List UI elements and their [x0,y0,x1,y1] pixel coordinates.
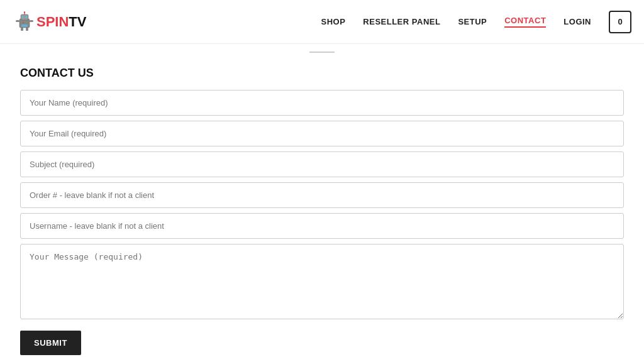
logo-robot-icon [13,10,36,34]
svg-point-10 [23,22,24,23]
svg-rect-7 [30,20,33,22]
main-content: CONTACT US SUBMIT [8,60,636,357]
contact-us-title: CONTACT US [20,67,624,80]
svg-rect-9 [26,28,28,31]
nav-contact[interactable]: CONTACT [504,16,546,28]
nav-shop[interactable]: SHOP [321,17,345,26]
logo-spin-text: SPIN [36,14,69,30]
message-input[interactable] [20,244,624,319]
cart-count: 0 [618,17,622,26]
contact-form: SUBMIT [20,90,624,355]
cart-button[interactable]: 0 [609,11,631,33]
page-divider [309,52,335,53]
svg-rect-6 [16,20,19,22]
order-input[interactable] [20,182,624,208]
svg-rect-8 [21,28,23,31]
name-input[interactable] [20,90,624,116]
email-input[interactable] [20,121,624,146]
nav-reseller-panel[interactable]: RESELLER PANEL [363,17,440,26]
subject-input[interactable] [20,151,624,177]
logo[interactable]: SPIN TV [13,10,86,34]
nav-setup[interactable]: SETUP [458,17,487,26]
nav-login[interactable]: LOGIN [564,17,591,26]
username-input[interactable] [20,213,624,239]
svg-point-11 [25,22,26,23]
site-header: SPIN TV SHOP RESELLER PANEL SETUP CONTAC… [0,0,644,44]
svg-point-3 [26,16,28,18]
svg-point-5 [24,11,25,13]
svg-point-2 [22,16,24,18]
main-nav: SHOP RESELLER PANEL SETUP CONTACT LOGIN … [321,11,631,33]
submit-button[interactable]: SUBMIT [20,331,81,355]
logo-tv-text: TV [69,14,86,30]
svg-rect-12 [21,25,28,27]
